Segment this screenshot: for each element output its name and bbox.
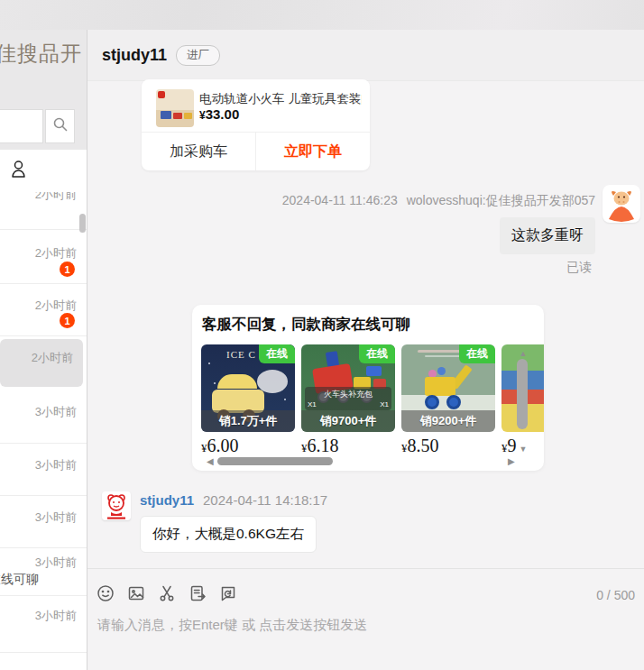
chat-app-window: 佳搜品开 2小时前 2小时前 1 2小时前 1: [0, 0, 644, 670]
product-price: ¥6.18: [301, 436, 395, 456]
outgoing-bubble: 这款多重呀: [500, 217, 595, 254]
list-item[interactable]: 2小时前 1: [0, 230, 87, 284]
product-card: 电动轨道小火车 儿童玩具套装闯关 ¥33.00 加采购车 立即下单: [142, 79, 370, 170]
conversation-list: 2小时前 2小时前 1 2小时前 1 2小时前 3小时前 3小时前 3小时前: [0, 192, 87, 670]
history-icon[interactable]: [219, 584, 237, 602]
add-cart-button[interactable]: 加采购车: [142, 133, 255, 170]
conversation-time: 2小时前: [32, 350, 73, 366]
recommend-title: 客服不回复，同款商家在线可聊: [202, 315, 410, 335]
conversation-preview: 在线可聊: [0, 572, 39, 588]
chat-header: stjudy11 进厂: [87, 30, 644, 81]
product-strip-label: 火车头补充包: [305, 387, 391, 410]
product-image: 在线 销9200+件: [401, 344, 495, 432]
list-item[interactable]: 2小时前 1: [0, 284, 87, 336]
product-price: ¥33.00: [199, 106, 239, 123]
list-item[interactable]: [0, 653, 87, 670]
chat-main: stjudy11 进厂 电动轨道小火车 儿童玩具套装闯关 ¥33.00 加采购车…: [87, 30, 644, 670]
search-icon: [52, 116, 69, 136]
unread-badge: 1: [60, 262, 75, 277]
conversation-time: 3小时前: [35, 404, 77, 420]
product-price: ¥8.50: [401, 436, 495, 456]
char-counter: 0 / 500: [596, 588, 635, 602]
list-item[interactable]: 2小时前: [0, 192, 87, 230]
red-mascot-icon: [102, 491, 131, 520]
contacts-tab[interactable]: [0, 150, 87, 192]
recommend-product-1[interactable]: ICE C 在线 销1.7万+件 ¥6.00: [201, 344, 295, 456]
sales-count: 销1.7万+件: [201, 410, 295, 432]
horizontal-scrollbar[interactable]: [217, 457, 333, 465]
avatar[interactable]: [102, 491, 131, 520]
peer-name: stjudy11: [102, 46, 167, 65]
incoming-bubble: 你好，大概是0.6KG左右: [140, 516, 317, 553]
sender-name[interactable]: stjudy11: [140, 492, 194, 508]
window-title-bar: [0, 0, 644, 30]
recommend-card: 客服不回复，同款商家在线可聊 ICE C 在线 销1.7万+件 ¥6.00: [192, 305, 544, 471]
unread-badge: 1: [60, 313, 75, 328]
image-icon[interactable]: [127, 584, 145, 602]
message-input[interactable]: 请输入消息，按Enter键 或 点击发送按钮发送: [97, 617, 367, 634]
workspace-title: 佳搜品开: [0, 40, 82, 68]
list-item[interactable]: 3小时前: [0, 444, 87, 496]
avatar[interactable]: [603, 185, 640, 223]
conversation-time: 3小时前: [35, 509, 77, 526]
emoji-icon[interactable]: [97, 584, 115, 602]
scroll-left-arrow-icon[interactable]: ◀: [207, 456, 214, 466]
list-item[interactable]: 3小时前: [0, 596, 87, 653]
conversation-time: 2小时前: [35, 298, 77, 314]
recommend-product-2[interactable]: 火车头补充包 X1 X1 在线 销9700+件 ¥6.18: [301, 344, 395, 456]
product-image: 火车头补充包 X1 X1 在线 销9700+件: [301, 344, 395, 432]
search-button[interactable]: [45, 109, 75, 143]
online-badge: 在线: [359, 344, 395, 363]
conversation-time: 2小时前: [35, 245, 77, 262]
online-badge: 在线: [259, 344, 295, 363]
brand-logo: [158, 91, 165, 98]
screenshot-icon[interactable]: [158, 584, 176, 602]
composer: 0 / 500 请输入消息，按Enter键 或 点击发送按钮发送: [87, 568, 644, 670]
product-title: 电动轨道小火车 儿童玩具套装闯关: [199, 91, 362, 107]
conversation-sidebar: 佳搜品开 2小时前 2小时前 1 2小时前 1: [0, 30, 87, 670]
conversation-time: 2小时前: [35, 192, 77, 203]
sales-count: 销9200+件: [401, 410, 495, 432]
read-status: 已读: [566, 260, 592, 276]
message-timestamp: 2024-04-11 11:46:23: [282, 193, 398, 207]
sales-count: 销9700+件: [301, 410, 395, 432]
person-icon: [11, 160, 26, 182]
list-item[interactable]: 3小时前: [0, 387, 87, 444]
message-timestamp: 2024-04-11 14:18:17: [203, 492, 327, 508]
message-meta: stjudy112024-04-11 14:18:17: [140, 492, 327, 508]
message-meta: 2024-04-11 11:46:23wolovesshuqi:促佳搜品开发部0…: [282, 193, 595, 209]
sidebar-scrollbar[interactable]: [79, 214, 86, 233]
quick-reply-icon[interactable]: [189, 584, 207, 602]
product-thumbnail[interactable]: [156, 89, 194, 127]
product-image: ICE C 在线 销1.7万+件: [201, 344, 295, 432]
conversation-time: 3小时前: [35, 457, 77, 473]
order-now-button[interactable]: 立即下单: [255, 133, 370, 170]
product-price: ¥6.00: [201, 436, 295, 456]
list-item[interactable]: 3小时前: [0, 496, 87, 548]
vertical-scrollbar[interactable]: [517, 359, 528, 429]
message-sender: wolovesshuqi:促佳搜品开发部057: [407, 193, 595, 207]
scroll-up-arrow-icon[interactable]: ▲: [517, 349, 529, 358]
online-badge: 在线: [459, 344, 495, 363]
cow-mascot-icon: [603, 185, 640, 223]
peer-tag-badge[interactable]: 进厂: [176, 45, 220, 66]
recommend-product-3[interactable]: 在线 销9200+件 ¥8.50: [401, 344, 495, 456]
scroll-down-arrow-icon[interactable]: ▼: [517, 445, 529, 454]
conversation-time: 3小时前: [35, 555, 77, 571]
search-input[interactable]: [0, 109, 43, 143]
list-item[interactable]: 3小时前 在线可聊: [0, 548, 87, 596]
scroll-right-arrow-icon[interactable]: ▶: [508, 456, 515, 466]
list-item-selected[interactable]: 2小时前: [0, 339, 83, 387]
conversation-time: 3小时前: [35, 608, 77, 624]
